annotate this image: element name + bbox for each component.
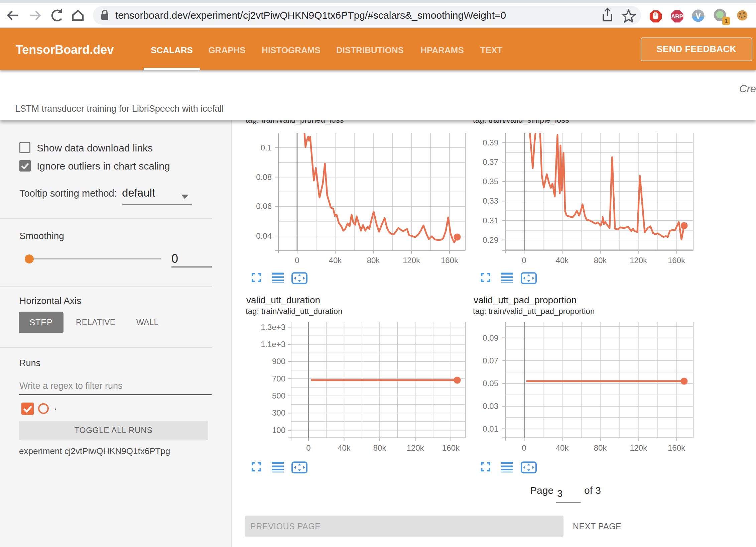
svg-text:0.08: 0.08 <box>256 173 272 182</box>
svg-text:1: 1 <box>724 17 728 24</box>
svg-text:1.3e+3: 1.3e+3 <box>261 323 285 332</box>
svg-text:120k: 120k <box>630 443 647 452</box>
svg-text:0.33: 0.33 <box>483 196 498 205</box>
svg-text:0.39: 0.39 <box>483 138 498 147</box>
svg-text:160k: 160k <box>668 256 685 265</box>
svg-text:80k: 80k <box>373 443 387 452</box>
svg-text:0: 0 <box>306 443 310 452</box>
svg-text:0.01: 0.01 <box>483 424 498 433</box>
svg-text:80k: 80k <box>367 256 380 265</box>
svg-text:100: 100 <box>272 426 285 435</box>
svg-text:80k: 80k <box>594 443 607 452</box>
svg-text:40k: 40k <box>556 443 569 452</box>
svg-text:0.31: 0.31 <box>483 216 498 225</box>
svg-text:900: 900 <box>272 357 285 366</box>
svg-text:160k: 160k <box>441 256 459 265</box>
svg-text:0.35: 0.35 <box>483 177 498 186</box>
svg-text:0.09: 0.09 <box>483 333 498 342</box>
svg-text:120k: 120k <box>406 443 424 452</box>
svg-text:160k: 160k <box>668 443 685 452</box>
svg-text:40k: 40k <box>329 256 342 265</box>
svg-text:40k: 40k <box>556 256 569 265</box>
svg-text:500: 500 <box>272 391 285 400</box>
svg-text:0: 0 <box>295 256 299 265</box>
svg-text:0.37: 0.37 <box>483 157 498 167</box>
svg-text:0: 0 <box>522 256 526 265</box>
svg-text:V: V <box>696 11 701 20</box>
svg-text:1.1e+3: 1.1e+3 <box>261 340 285 349</box>
svg-text:40k: 40k <box>338 443 351 452</box>
svg-text:0: 0 <box>522 443 526 452</box>
svg-text:0.03: 0.03 <box>483 402 498 411</box>
svg-text:300: 300 <box>272 408 285 417</box>
svg-text:80k: 80k <box>594 256 607 265</box>
svg-text:160k: 160k <box>442 443 460 452</box>
svg-text:0.29: 0.29 <box>483 235 498 244</box>
svg-text:ABP: ABP <box>671 13 683 20</box>
svg-text:0.05: 0.05 <box>483 379 498 388</box>
svg-text:0.04: 0.04 <box>256 231 272 240</box>
svg-text:120k: 120k <box>403 256 420 265</box>
svg-text:0.06: 0.06 <box>256 202 272 211</box>
svg-text:120k: 120k <box>630 256 647 265</box>
svg-text:700: 700 <box>272 374 285 383</box>
svg-text:0.1: 0.1 <box>261 143 272 152</box>
svg-text:0.07: 0.07 <box>483 356 498 365</box>
